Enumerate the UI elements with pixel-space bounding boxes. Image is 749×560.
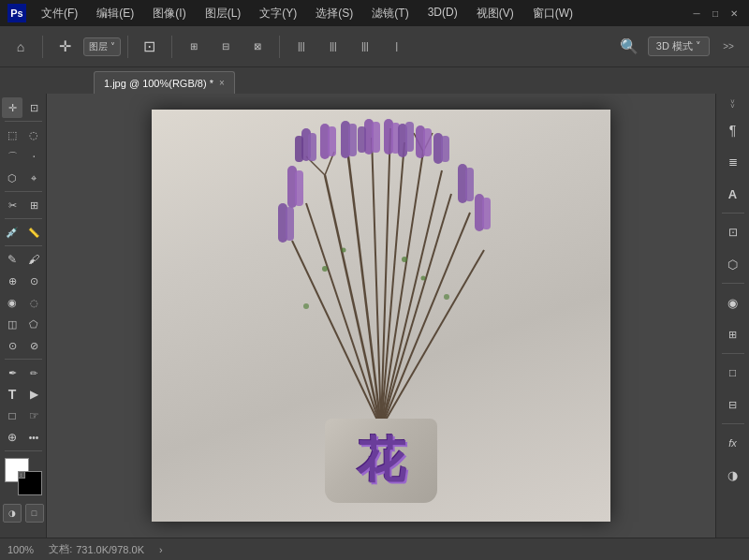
svg-point-44 xyxy=(402,257,407,262)
quick-select-tool[interactable]: ⬡ xyxy=(2,168,22,188)
marquee-ellipse-tool[interactable]: ◌ xyxy=(23,125,44,145)
transform-btn[interactable]: ⊡ xyxy=(135,32,165,62)
tab-image[interactable]: 1.jpg @ 100%(RGB/8) * × xyxy=(94,71,235,94)
align-left[interactable]: ⊞ xyxy=(179,32,209,62)
svg-rect-33 xyxy=(441,136,449,162)
menu-file[interactable]: 文件(F) xyxy=(37,4,81,23)
minimize-button[interactable]: ─ xyxy=(689,6,704,21)
stamp-tool[interactable]: ⊕ xyxy=(2,271,22,291)
quick-mask-btn[interactable]: ◑ xyxy=(3,504,22,523)
swap-colors-btn[interactable]: ↕ xyxy=(18,471,25,479)
toolbox-sep-6 xyxy=(5,450,42,451)
menu-select[interactable]: 选择(S) xyxy=(312,4,357,23)
distribute-group: ||| ||| ||| | xyxy=(286,32,412,62)
3d-mode-dropdown[interactable]: 3D 模式 ˅ xyxy=(648,37,710,56)
extras-tool[interactable]: ••• xyxy=(23,427,44,448)
type-tool[interactable]: T xyxy=(2,384,22,405)
history-panel-btn[interactable]: ⊡ xyxy=(720,219,746,245)
lasso-poly-tool[interactable]: ⬝ xyxy=(23,146,44,167)
toolbar-sep-3 xyxy=(171,36,172,58)
paragraph-panel-btn[interactable]: ¶ xyxy=(720,117,746,143)
swatches-panel-btn[interactable]: ⊞ xyxy=(720,321,746,347)
move-dropdown[interactable]: 图层 ˅ xyxy=(83,37,121,56)
zoom-level: 100% xyxy=(7,544,34,555)
svg-line-3 xyxy=(381,128,390,428)
fx-btn[interactable]: fx xyxy=(720,430,746,456)
character-panel-btn[interactable]: A xyxy=(720,181,746,207)
toolbox-bottom: ◑ □ xyxy=(3,504,44,523)
right-panel-sep-3 xyxy=(722,353,744,354)
menu-bar: 文件(F) 编辑(E) 图像(I) 图层(L) 文字(Y) 选择(S) 滤镜(T… xyxy=(37,4,577,23)
tab-close[interactable]: × xyxy=(219,78,225,88)
svg-point-46 xyxy=(303,303,309,309)
hand-tool[interactable]: ☞ xyxy=(23,405,44,426)
dist-left[interactable]: ||| xyxy=(286,32,316,62)
dodge-tool[interactable]: ⊙ xyxy=(2,335,22,356)
align-center[interactable]: ⊟ xyxy=(211,32,241,62)
menu-window[interactable]: 窗口(W) xyxy=(529,4,577,23)
move-tool-btn[interactable]: ✛ xyxy=(50,32,80,62)
brush-tool[interactable]: 🖌 xyxy=(23,249,44,270)
masks-panel-btn[interactable]: ⊟ xyxy=(720,391,746,418)
kanji-character: 花 xyxy=(357,428,405,494)
svg-line-5 xyxy=(381,152,423,428)
dist-extra[interactable]: | xyxy=(382,32,412,62)
tab-title: 1.jpg @ 100%(RGB/8) * xyxy=(104,78,213,89)
menu-view[interactable]: 视图(V) xyxy=(473,4,518,23)
dist-center[interactable]: ||| xyxy=(318,32,348,62)
menu-edit[interactable]: 编辑(E) xyxy=(93,4,138,23)
toolbox-row-9: ◉ ◌ xyxy=(2,292,44,313)
eraser-tool[interactable]: ◉ xyxy=(2,292,22,313)
toolbox-sep-2 xyxy=(5,191,42,192)
shape-rect-tool[interactable]: □ xyxy=(2,405,22,426)
status-arrow[interactable]: › xyxy=(159,544,163,555)
path-select-tool[interactable]: ▶ xyxy=(23,384,44,405)
svg-rect-22 xyxy=(348,124,357,156)
pen-tool[interactable]: ✒ xyxy=(2,362,22,383)
gradient-tool[interactable]: ◫ xyxy=(2,314,22,334)
artboard-tool[interactable]: ⊡ xyxy=(23,97,44,118)
adjustments-panel-btn[interactable]: □ xyxy=(720,360,746,386)
toolbar: ⌂ ✛ 图层 ˅ ⊡ ⊞ ⊟ ⊠ ||| ||| ||| | 🔍 3D 模式 ˅… xyxy=(0,26,749,67)
svg-rect-25 xyxy=(358,126,366,153)
paint-bucket-tool[interactable]: ⬠ xyxy=(23,314,44,334)
spot-heal-tool[interactable]: ✎ xyxy=(2,249,22,270)
collapse-btn[interactable]: >> xyxy=(713,32,743,62)
history-brush-tool[interactable]: ⊙ xyxy=(23,271,44,291)
ruler-tool[interactable]: 📏 xyxy=(23,222,44,243)
toolbox-sep-1 xyxy=(5,121,42,122)
dist-right[interactable]: ||| xyxy=(350,32,380,62)
brushes-panel-btn[interactable]: ⬡ xyxy=(720,251,746,277)
close-button[interactable]: ✕ xyxy=(727,6,742,21)
lasso-tool[interactable]: ⌒ xyxy=(2,146,22,167)
home-button[interactable]: ⌂ xyxy=(6,32,36,62)
toolbox-row-10: ◫ ⬠ xyxy=(2,314,44,334)
color-panel-btn[interactable]: ◉ xyxy=(720,289,746,316)
svg-rect-41 xyxy=(286,207,294,241)
marquee-rect-tool[interactable]: ⬚ xyxy=(2,125,22,145)
zoom-tool[interactable]: ⊕ xyxy=(2,427,22,448)
style-panel-btn[interactable]: ◑ xyxy=(720,462,746,488)
menu-3d[interactable]: 3D(D) xyxy=(424,4,462,23)
menu-layer[interactable]: 图层(L) xyxy=(201,4,245,23)
svg-rect-20 xyxy=(328,126,336,156)
menu-image[interactable]: 图像(I) xyxy=(149,4,189,23)
maximize-button[interactable]: □ xyxy=(708,6,723,21)
arrow-icon: › xyxy=(159,544,163,555)
align-right[interactable]: ⊠ xyxy=(242,32,272,62)
window-controls: ─ □ ✕ xyxy=(689,6,742,21)
bg-eraser-tool[interactable]: ◌ xyxy=(23,292,44,313)
collapse-right-arrow[interactable]: >> xyxy=(728,99,737,108)
move-tool[interactable]: ✛ xyxy=(2,97,22,118)
freeform-pen-tool[interactable]: ✏ xyxy=(23,362,44,383)
menu-filter[interactable]: 滤镜(T) xyxy=(368,4,412,23)
crop-tool[interactable]: ✂ xyxy=(2,195,22,215)
slice-tool[interactable]: ⊞ xyxy=(23,195,44,215)
search-button[interactable]: 🔍 xyxy=(614,32,644,62)
menu-text[interactable]: 文字(Y) xyxy=(256,4,301,23)
burn-tool[interactable]: ⊘ xyxy=(23,335,44,356)
layers-panel-btn[interactable]: ≣ xyxy=(720,149,746,175)
eyedropper-tool[interactable]: 💉 xyxy=(2,222,22,243)
magic-wand-tool[interactable]: ⌖ xyxy=(23,168,44,188)
screen-mode-btn[interactable]: □ xyxy=(25,504,44,523)
